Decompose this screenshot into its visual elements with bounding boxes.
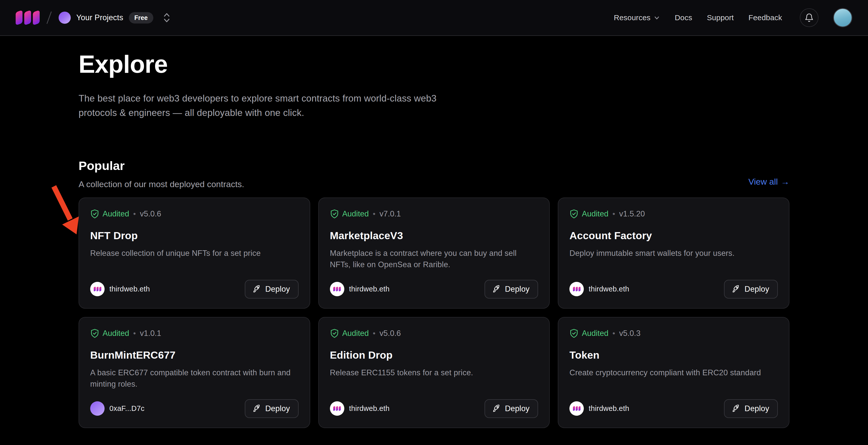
publisher-avatar [90,282,104,296]
annotation-arrow-icon [48,183,82,235]
dot-separator-icon: • [612,210,615,218]
nav-support[interactable]: Support [707,13,734,22]
publisher-link[interactable]: thirdweb.eth [569,282,629,296]
audited-label: Audited [342,210,369,219]
contract-version: v1.5.20 [619,210,645,219]
contract-description: A basic ERC677 compatible token contract… [90,367,299,390]
card-footer: thirdweb.eth Deploy [330,280,538,298]
deploy-label: Deploy [265,285,290,294]
deploy-button[interactable]: Deploy [245,280,299,298]
rocket-icon [252,285,261,293]
shield-check-icon [90,209,99,219]
publisher-name: thirdweb.eth [110,285,150,293]
project-switcher-button[interactable] [162,12,171,23]
card-meta: Audited • v5.0.6 [90,209,299,219]
publisher-link[interactable]: thirdweb.eth [330,282,390,296]
publisher-link[interactable]: 0xaF...D7c [90,401,145,416]
deploy-button[interactable]: Deploy [724,280,778,298]
contract-title: MarketplaceV3 [330,230,538,242]
view-all-arrow-icon: → [781,177,789,187]
contract-card[interactable]: Audited • v5.0.6 Edition Drop Release ER… [318,317,550,428]
card-footer: thirdweb.eth Deploy [330,399,538,418]
contract-card[interactable]: Audited • v7.0.1 MarketplaceV3 Marketpla… [318,197,550,309]
thirdweb-mark-icon [94,287,101,291]
dot-separator-icon: • [373,329,376,338]
contract-version: v7.0.1 [379,210,401,219]
card-footer: 0xaF...D7c Deploy [90,399,299,418]
contract-card[interactable]: Audited • v1.0.1 BurnMintERC677 A basic … [79,317,310,428]
audited-badge: Audited [330,209,369,219]
audited-label: Audited [582,329,608,338]
contract-description: Release collection of unique NFTs for a … [90,248,299,259]
contract-title: Edition Drop [330,349,538,361]
card-meta: Audited • v5.0.6 [330,328,538,338]
shield-check-icon [330,209,339,219]
publisher-link[interactable]: thirdweb.eth [569,401,629,416]
nav-resources[interactable]: Resources [614,13,660,22]
card-footer: thirdweb.eth Deploy [90,280,299,298]
contract-card[interactable]: Audited • v1.5.20 Account Factory Deploy… [558,197,789,309]
deploy-label: Deploy [505,404,530,413]
deploy-label: Deploy [744,404,769,413]
thirdweb-mark-icon [573,406,581,411]
contract-title: NFT Drop [90,230,299,242]
audited-badge: Audited [569,328,608,338]
section-title: Popular [79,159,244,173]
audited-label: Audited [342,329,369,338]
bell-icon [804,12,814,23]
publisher-avatar [90,401,104,416]
deploy-button[interactable]: Deploy [485,280,538,298]
nav-feedback[interactable]: Feedback [748,13,782,22]
project-name: Your Projects [76,13,123,22]
notifications-button[interactable] [800,8,818,27]
nav-docs[interactable]: Docs [675,13,692,22]
shield-check-icon [90,328,99,338]
dot-separator-icon: • [133,329,136,338]
contract-title: BurnMintERC677 [90,349,299,361]
deploy-label: Deploy [505,285,530,294]
publisher-avatar [330,401,344,416]
card-footer: thirdweb.eth Deploy [569,280,778,298]
page-title: Explore [79,50,789,78]
top-nav: Your Projects Free Resources Docs Suppor… [0,0,868,36]
card-meta: Audited • v1.0.1 [90,328,299,338]
contract-version: v5.0.6 [140,210,161,219]
contract-grid: Audited • v5.0.6 NFT Drop Release collec… [79,197,789,428]
deploy-label: Deploy [265,404,290,413]
card-footer: thirdweb.eth Deploy [569,399,778,418]
audited-badge: Audited [90,209,129,219]
view-all-link[interactable]: View all → [748,177,789,187]
contract-card[interactable]: Audited • v5.0.3 Token Create cryptocurr… [558,317,789,428]
deploy-button[interactable]: Deploy [485,399,538,418]
audited-badge: Audited [569,209,608,219]
project-avatar [59,11,71,24]
publisher-link[interactable]: thirdweb.eth [90,282,150,296]
shield-check-icon [330,328,339,338]
thirdweb-logo-icon[interactable] [16,11,40,24]
breadcrumb-project[interactable]: Your Projects Free [59,11,153,24]
deploy-button[interactable]: Deploy [245,399,299,418]
deploy-button[interactable]: Deploy [724,399,778,418]
publisher-name: thirdweb.eth [589,285,629,293]
audited-label: Audited [582,210,608,219]
audited-badge: Audited [330,328,369,338]
chevron-down-icon [653,14,660,21]
chevron-up-down-icon [162,12,171,23]
contract-card[interactable]: Audited • v5.0.6 NFT Drop Release collec… [79,197,310,309]
breadcrumb-slash-icon [46,11,52,24]
user-avatar[interactable] [833,8,852,27]
publisher-link[interactable]: thirdweb.eth [330,401,390,416]
contract-title: Account Factory [569,230,778,242]
thirdweb-mark-icon [333,287,341,291]
publisher-name: thirdweb.eth [349,285,390,293]
deploy-label: Deploy [744,285,769,294]
publisher-name: 0xaF...D7c [110,404,145,413]
card-meta: Audited • v7.0.1 [330,209,538,219]
card-meta: Audited • v5.0.3 [569,328,778,338]
rocket-icon [492,404,501,413]
contract-description: Create cryptocurrency compliant with ERC… [569,367,778,379]
shield-check-icon [569,328,579,338]
explore-page: Explore The best place for web3 develope… [79,50,789,428]
rocket-icon [252,404,261,413]
contract-description: Release ERC1155 tokens for a set price. [330,367,538,379]
